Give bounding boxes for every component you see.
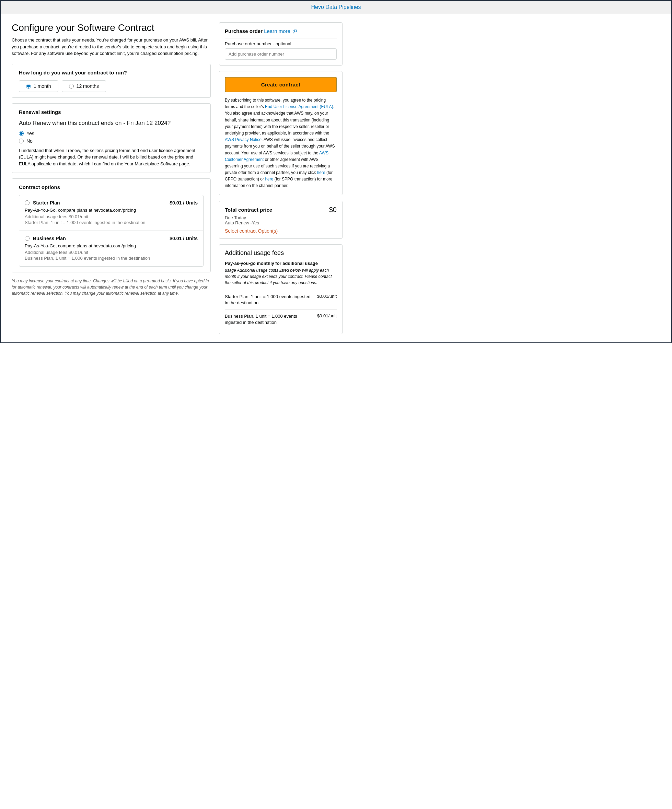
cppo-link[interactable]: here bbox=[317, 170, 325, 175]
duration-label-12months: 12 months bbox=[77, 83, 99, 89]
fee-row-starter: Starter Plan, 1 unit = 1,000 events inge… bbox=[225, 290, 337, 309]
auto-renew-status: Auto Renew -Yes bbox=[225, 220, 337, 225]
create-contract-card: Create contract By subscribing to this s… bbox=[219, 71, 343, 195]
contract-options-title: Contract options bbox=[19, 184, 203, 190]
renewal-option-yes[interactable]: Yes bbox=[19, 131, 203, 136]
fee-row-starter-label: Starter Plan, 1 unit = 1,000 events inge… bbox=[225, 294, 317, 306]
contract-options-card: Contract options Starter Plan $0.01 / Un… bbox=[12, 178, 211, 272]
create-contract-button[interactable]: Create contract bbox=[225, 77, 337, 92]
fee-row-starter-price: $0.01/unit bbox=[317, 294, 337, 306]
fees-section-desc: usage Additional usage costs listed belo… bbox=[225, 267, 337, 286]
right-column: Purchase order Learn more Purchase order… bbox=[219, 22, 343, 334]
privacy-link[interactable]: AWS Privacy Notice bbox=[225, 137, 262, 142]
po-divider bbox=[225, 38, 337, 39]
business-plan-detail: Business Plan, 1 unit = 1,000 events ing… bbox=[25, 255, 198, 261]
renewal-option-no[interactable]: No bbox=[19, 138, 203, 144]
total-due-today: Due Today bbox=[225, 215, 337, 220]
eula-link[interactable]: End User License Agreement (EULA) bbox=[265, 104, 333, 109]
terms-text: By subscribing to this software, you agr… bbox=[225, 97, 337, 190]
po-input[interactable] bbox=[225, 49, 337, 60]
renewal-question: Auto Renew when this contract ends on - … bbox=[19, 120, 203, 127]
sppo-link[interactable]: here bbox=[265, 177, 273, 181]
starter-plan-fee: Additional usage fees $0.01/unit bbox=[25, 214, 198, 219]
business-plan-desc: Pay-As-You-Go, compare plans at hevodata… bbox=[25, 243, 198, 248]
additional-fees-title: Additional usage fees bbox=[225, 249, 337, 257]
learn-more-link[interactable]: Learn more bbox=[264, 28, 297, 34]
duration-radio-1month[interactable] bbox=[26, 84, 31, 89]
renewal-notice: I understand that when I renew, the sell… bbox=[19, 147, 203, 168]
starter-plan-header: Starter Plan $0.01 / Units bbox=[25, 200, 198, 205]
duration-option-1month[interactable]: 1 month bbox=[19, 80, 58, 92]
starter-plan-name: Starter Plan bbox=[33, 200, 60, 205]
renewal-label-yes: Yes bbox=[27, 131, 34, 136]
purchase-order-title: Purchase order Learn more bbox=[225, 28, 337, 34]
renewal-settings-card: Renewal settings Auto Renew when this co… bbox=[12, 103, 211, 173]
duration-label-1month: 1 month bbox=[34, 83, 51, 89]
business-plan-price: $0.01 / Units bbox=[170, 236, 198, 241]
total-price-row: Total contract price $0 bbox=[225, 206, 337, 214]
business-plan-name-row: Business Plan bbox=[25, 236, 66, 241]
page-title: Configure your Software Contract bbox=[12, 22, 211, 33]
contract-options-inner: Starter Plan $0.01 / Units Pay-As-You-Go… bbox=[19, 195, 203, 267]
renewal-settings-title: Renewal settings bbox=[19, 109, 203, 115]
page-description: Choose the contract that suits your need… bbox=[12, 37, 211, 57]
fee-row-business: Business Plan, 1 unit = 1,000 events ing… bbox=[225, 309, 337, 329]
contract-duration-title: How long do you want your contract to ru… bbox=[19, 70, 203, 76]
starter-plan-option: Starter Plan $0.01 / Units Pay-As-You-Go… bbox=[19, 195, 203, 231]
app-title: Hevo Data Pipelines bbox=[311, 4, 361, 10]
business-plan-name: Business Plan bbox=[33, 236, 66, 241]
footnote: You may increase your contract at any ti… bbox=[12, 278, 211, 296]
top-bar: Hevo Data Pipelines bbox=[1, 1, 671, 14]
duration-option-12months[interactable]: 12 months bbox=[62, 80, 106, 92]
contract-duration-card: How long do you want your contract to ru… bbox=[12, 64, 211, 98]
business-plan-radio[interactable] bbox=[25, 236, 30, 241]
po-label: Purchase order number - optional bbox=[225, 41, 337, 46]
business-plan-fee: Additional usage fees $0.01/unit bbox=[25, 250, 198, 255]
total-price-value: $0 bbox=[329, 206, 337, 214]
select-contract-option-link[interactable]: Select contract Option(s) bbox=[225, 228, 337, 233]
starter-plan-detail: Starter Plan, 1 unit = 1,000 events inge… bbox=[25, 220, 198, 225]
additional-fees-card: Additional usage fees Pay-as-you-go mont… bbox=[219, 244, 343, 334]
fees-section-title: Pay-as-you-go monthly for additional usa… bbox=[225, 261, 337, 266]
business-plan-header: Business Plan $0.01 / Units bbox=[25, 236, 198, 241]
business-plan-option: Business Plan $0.01 / Units Pay-As-You-G… bbox=[19, 231, 203, 266]
duration-radio-group: 1 month 12 months bbox=[19, 80, 203, 92]
starter-plan-name-row: Starter Plan bbox=[25, 200, 60, 205]
duration-radio-12months[interactable] bbox=[69, 84, 74, 89]
renewal-radio-yes[interactable] bbox=[19, 131, 24, 136]
purchase-order-card: Purchase order Learn more Purchase order… bbox=[219, 22, 343, 65]
fee-row-business-price: $0.01/unit bbox=[317, 313, 337, 326]
starter-plan-price: $0.01 / Units bbox=[170, 200, 198, 205]
starter-plan-radio[interactable] bbox=[25, 200, 30, 205]
main-container: Configure your Software Contract Choose … bbox=[1, 14, 671, 342]
total-price-label: Total contract price bbox=[225, 207, 272, 213]
renewal-radio-no[interactable] bbox=[19, 139, 24, 143]
fee-row-business-label: Business Plan, 1 unit = 1,000 events ing… bbox=[225, 313, 317, 326]
total-price-card: Total contract price $0 Due Today Auto R… bbox=[219, 201, 343, 239]
renewal-label-no: No bbox=[27, 138, 33, 144]
external-link-icon bbox=[293, 30, 297, 34]
left-column: Configure your Software Contract Choose … bbox=[12, 22, 211, 334]
starter-plan-desc: Pay-As-You-Go, compare plans at hevodata… bbox=[25, 208, 198, 213]
